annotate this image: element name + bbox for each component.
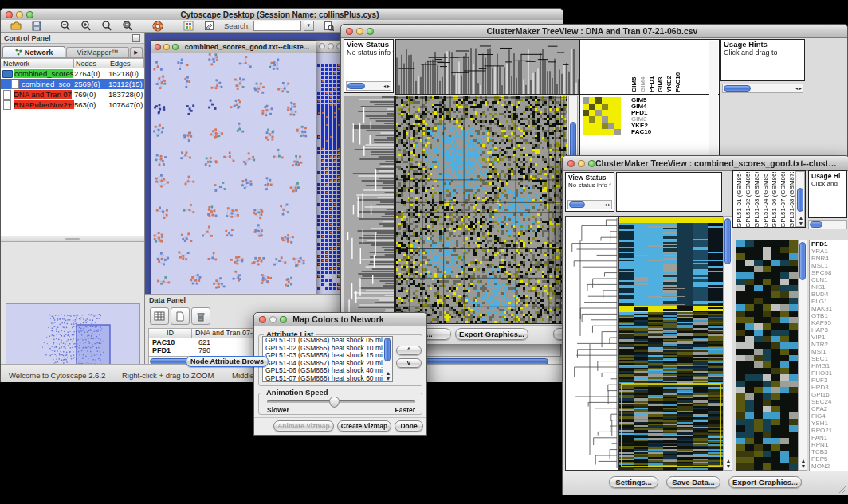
- col-header-edges[interactable]: Edges: [108, 58, 144, 68]
- tv1-status-hscrollbar[interactable]: ◂ ▸: [346, 81, 391, 91]
- tv1-heatmap-canvas[interactable]: [395, 96, 567, 324]
- gene-label[interactable]: PUF3: [810, 377, 848, 384]
- matrix-cell[interactable]: [595, 123, 602, 129]
- resize-grip[interactable]: [838, 484, 847, 494]
- gene-label[interactable]: KAP95: [810, 319, 848, 326]
- open-session-icon[interactable]: [7, 18, 25, 33]
- matrix-cell[interactable]: [614, 123, 621, 129]
- data-col-id[interactable]: ID: [149, 329, 192, 338]
- tv2-labels-vscrollbar[interactable]: ▲▼: [795, 171, 805, 227]
- matrix-cell[interactable]: [614, 129, 621, 135]
- zoom-fit-icon[interactable]: [98, 18, 116, 33]
- gene-label[interactable]: SEC1: [810, 355, 848, 362]
- matrix-cell[interactable]: [608, 110, 614, 116]
- panel-split-handle[interactable]: [1, 236, 144, 242]
- animate-vizmap-button[interactable]: Animate Vizmap: [273, 420, 334, 432]
- gene-label[interactable]: RNR4: [810, 255, 848, 262]
- minimize-button[interactable]: [269, 316, 277, 323]
- matrix-cell[interactable]: [583, 123, 589, 129]
- network-canvas[interactable]: [151, 53, 316, 293]
- tv2-row-dendrogram[interactable]: [565, 216, 619, 471]
- node-attribute-browser-button[interactable]: Node Attribute Brows: [186, 356, 269, 367]
- matrix-cell[interactable]: [602, 104, 608, 110]
- gene-label[interactable]: MAK31: [810, 305, 848, 312]
- search-dropdown-arrow[interactable]: ▼: [304, 21, 314, 31]
- move-up-button[interactable]: ^: [396, 346, 422, 355]
- minimize-button[interactable]: [163, 44, 170, 50]
- gene-label[interactable]: NTR2: [810, 341, 848, 348]
- tab-network[interactable]: Network: [2, 46, 65, 57]
- gene-label[interactable]: GTB1: [810, 312, 848, 319]
- attribute-select-button[interactable]: [150, 307, 169, 325]
- gene-label[interactable]: NIS1: [810, 283, 848, 291]
- matrix-cell[interactable]: [583, 110, 589, 116]
- settings-button[interactable]: Settings...: [609, 476, 658, 488]
- gene-label[interactable]: YSH1: [810, 420, 848, 427]
- tv1-similarity-matrix[interactable]: [583, 97, 621, 135]
- network-tree-row[interactable]: DNA and Tran 07769(0)183728(0): [1, 89, 144, 100]
- save-data-button[interactable]: Save Data...: [666, 476, 720, 488]
- network-view-window[interactable]: combined_scores_good.txt--cluste...: [151, 40, 316, 294]
- search-input[interactable]: [253, 21, 301, 31]
- close-button[interactable]: [567, 160, 575, 167]
- window-controls[interactable]: [1, 11, 33, 18]
- gene-label[interactable]: ELG1: [810, 298, 848, 305]
- gene-label[interactable]: GPI16: [810, 391, 848, 398]
- col-header-nodes[interactable]: Nodes: [74, 58, 108, 68]
- vizmapper-palette-icon[interactable]: [179, 18, 197, 33]
- matrix-cell[interactable]: [614, 116, 621, 123]
- minimize-button[interactable]: [16, 11, 23, 18]
- matrix-cell[interactable]: [614, 97, 621, 104]
- close-button[interactable]: [155, 44, 161, 50]
- zoom-selected-icon[interactable]: [119, 18, 136, 33]
- minimize-button[interactable]: [578, 160, 585, 167]
- matrix-cell[interactable]: [614, 110, 621, 116]
- matrix-cell[interactable]: [608, 104, 614, 110]
- done-button[interactable]: Done: [395, 420, 423, 432]
- network-tree-row[interactable]: RNAPuberNov2+!563(0)107847(0): [1, 100, 144, 110]
- tv2-vscrollbar[interactable]: ▲▼: [723, 216, 732, 471]
- matrix-cell[interactable]: [608, 97, 614, 104]
- tv2-gene-list[interactable]: PFD1YRA1RNR4MSL1SPC98CLN1NIS1BUD4ELG1MAK…: [809, 240, 848, 472]
- gene-label[interactable]: FIG4: [810, 412, 848, 420]
- matrix-cell[interactable]: [589, 110, 595, 116]
- matrix-cell[interactable]: [602, 123, 608, 129]
- zoom-button[interactable]: [367, 28, 374, 35]
- speed-slider-track[interactable]: [267, 400, 415, 403]
- search-config-icon[interactable]: [320, 18, 338, 33]
- matrix-cell[interactable]: [614, 104, 621, 110]
- minimize-button[interactable]: [356, 28, 363, 35]
- gene-label[interactable]: VIP1: [810, 334, 848, 341]
- gene-label[interactable]: PAC10: [630, 129, 651, 135]
- gene-label[interactable]: HMG1: [810, 362, 848, 369]
- matrix-cell[interactable]: [595, 97, 602, 104]
- tv1-gene-list[interactable]: GIM5GIM4PFD1GIM3YKE2PAC10: [630, 97, 651, 135]
- close-button[interactable]: [259, 316, 266, 323]
- save-session-icon[interactable]: [28, 18, 45, 33]
- gene-label[interactable]: HRD3: [810, 384, 848, 391]
- gene-label[interactable]: CPA2: [810, 405, 848, 412]
- matrix-cell[interactable]: [595, 110, 602, 116]
- close-button[interactable]: [346, 28, 353, 35]
- create-attribute-button[interactable]: [171, 307, 190, 325]
- tab-vizmapper[interactable]: VizMapper™: [66, 47, 129, 57]
- matrix-cell[interactable]: [583, 104, 589, 110]
- tab-overflow-arrow[interactable]: ▶: [130, 47, 143, 57]
- close-button[interactable]: [6, 11, 13, 18]
- matrix-cell[interactable]: [589, 97, 595, 104]
- matrix-cell[interactable]: [602, 110, 608, 116]
- matrix-cell[interactable]: [595, 104, 602, 110]
- float-panel-icon[interactable]: [132, 34, 140, 42]
- help-lifesaver-icon[interactable]: [149, 18, 167, 33]
- tv2-heatmap-canvas[interactable]: [618, 216, 724, 471]
- gene-label[interactable]: MSL1: [810, 262, 848, 269]
- export-graphics-button[interactable]: Export Graphics...: [455, 328, 528, 340]
- gene-label[interactable]: YRA1: [810, 248, 848, 255]
- matrix-cell[interactable]: [608, 116, 614, 123]
- matrix-cell[interactable]: [595, 116, 602, 123]
- col-header-network[interactable]: Network: [1, 58, 74, 68]
- attribute-list-item[interactable]: GPL51-07 (GSM868) heat shock 60 min: [263, 375, 392, 383]
- delete-attribute-button[interactable]: [191, 307, 210, 325]
- tv2-status-hscrollbar[interactable]: ◂ ▸: [567, 200, 612, 209]
- gene-label[interactable]: PHO81: [810, 369, 848, 377]
